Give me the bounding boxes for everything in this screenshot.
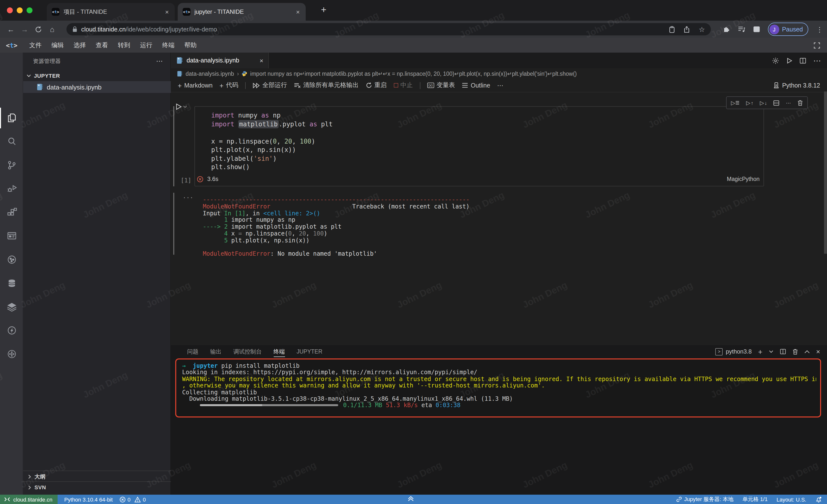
editor-scrollbar[interactable]: [824, 92, 827, 254]
share-icon[interactable]: [684, 26, 690, 33]
kill-terminal-icon[interactable]: [792, 348, 798, 355]
terminal-output[interactable]: → jupyter pip install matplotlibLooking …: [182, 363, 816, 409]
split-cell-icon[interactable]: [774, 100, 779, 106]
run-below-icon[interactable]: ▷↓: [760, 100, 767, 106]
terminal-selector[interactable]: > python3.8: [716, 348, 752, 355]
extensions-icon[interactable]: [0, 201, 23, 224]
forward-icon[interactable]: →: [18, 25, 32, 34]
maximize-panel-icon[interactable]: [805, 350, 810, 353]
live-share-icon[interactable]: [0, 248, 23, 271]
download-progress-bar: [200, 404, 338, 406]
panel-tab-1[interactable]: 输出: [210, 345, 222, 358]
sidebar-section-SVN[interactable]: SVN: [23, 482, 171, 493]
close-panel-icon[interactable]: ×: [816, 348, 820, 355]
run-icon[interactable]: [786, 57, 792, 64]
menu-item-7[interactable]: 帮助: [180, 41, 202, 49]
window-close-button[interactable]: [7, 7, 13, 13]
toolbar-more-icon[interactable]: ⋯: [497, 81, 503, 89]
close-tab-icon[interactable]: ×: [260, 57, 263, 64]
side-panel-icon[interactable]: [753, 26, 760, 33]
sidebar-section-jupyter[interactable]: JUPYTER: [23, 70, 171, 81]
new-tab-button[interactable]: +: [321, 4, 326, 15]
terminal-dropdown-chevron-icon[interactable]: [769, 350, 773, 353]
bookmark-star-icon[interactable]: ☆: [699, 25, 705, 33]
python-interpreter[interactable]: Python 3.10.4 64-bit: [64, 496, 113, 502]
split-editor-icon[interactable]: [799, 57, 806, 64]
browser-tab-1[interactable]: <t>jupyter - TITANIDE×: [178, 3, 306, 21]
breadcrumb-code[interactable]: import numpy as np↵import matplotlib.pyp…: [250, 70, 577, 77]
menu-item-1[interactable]: 编辑: [47, 41, 69, 49]
run-cell-button[interactable]: [176, 103, 187, 110]
cell-language-indicator[interactable]: MagicPython: [727, 176, 760, 182]
problems-indicator[interactable]: 0 0: [119, 496, 146, 502]
restore-panel-chevrons-icon[interactable]: [407, 496, 414, 502]
reload-icon[interactable]: [32, 26, 45, 33]
menu-item-0[interactable]: 文件: [25, 41, 47, 49]
outline-button[interactable]: Outline: [462, 82, 490, 89]
browser-profile[interactable]: J Paused: [768, 22, 808, 36]
clipboard-icon[interactable]: [669, 26, 675, 33]
split-terminal-icon[interactable]: [780, 349, 786, 354]
explorer-icon[interactable]: [0, 107, 23, 129]
kernel-picker[interactable]: Python 3.8.12: [773, 82, 820, 89]
address-bar[interactable]: cloud.titanide.cn/ide/web/coding/jupyter…: [66, 23, 711, 36]
spread-icon[interactable]: [0, 343, 23, 365]
cell-more-icon[interactable]: ⋯: [786, 100, 791, 106]
new-terminal-icon[interactable]: +: [758, 347, 763, 356]
playlist-icon[interactable]: [738, 26, 745, 33]
sidebar-more-icon[interactable]: ⋯: [156, 57, 163, 65]
add-code-button[interactable]: +代码: [220, 81, 238, 90]
jupyter-server-indicator[interactable]: Jupyter 服务器: 本地: [676, 496, 734, 503]
extensions-puzzle-icon[interactable]: [722, 25, 730, 33]
notifications-bell-icon[interactable]: [815, 496, 822, 503]
interrupt-button[interactable]: 中止: [394, 81, 413, 90]
browser-menu-icon[interactable]: ⋮: [816, 25, 823, 33]
execute-row-icon[interactable]: ▷: [731, 100, 740, 106]
clear-outputs-button[interactable]: 清除所有单元格输出: [294, 81, 358, 90]
browser-preview-icon[interactable]: [0, 225, 23, 247]
keyboard-layout-indicator[interactable]: Layout: U.S.: [777, 496, 806, 502]
back-icon[interactable]: ←: [4, 25, 18, 34]
more-actions-icon[interactable]: ⋯: [813, 56, 821, 65]
browser-tab-0[interactable]: <t>项目 - TITANIDE×: [47, 3, 175, 21]
sidebar-section-大纲[interactable]: 大纲: [23, 470, 171, 482]
home-icon[interactable]: ⌂: [45, 25, 59, 34]
cell-code[interactable]: import numpy as npimport matplotlib.pypl…: [211, 111, 333, 171]
restart-button[interactable]: 重启: [366, 81, 387, 90]
notebook-settings-gear-icon[interactable]: [772, 57, 779, 64]
window-minimize-button[interactable]: [17, 7, 22, 13]
menu-item-5[interactable]: 运行: [135, 41, 157, 49]
menu-item-2[interactable]: 选择: [69, 41, 91, 49]
add-markdown-button[interactable]: +Markdown: [178, 81, 213, 89]
menu-item-3[interactable]: 查看: [91, 41, 113, 49]
fullscreen-icon[interactable]: [814, 42, 820, 49]
output-collapse-indicator[interactable]: ...: [183, 193, 193, 200]
breadcrumb-file[interactable]: data-analysis.ipynb: [186, 70, 234, 76]
close-tab-icon[interactable]: ×: [164, 8, 170, 15]
delete-cell-icon[interactable]: [797, 100, 803, 106]
panel-tab-2[interactable]: 调试控制台: [233, 345, 262, 358]
run-debug-icon[interactable]: [0, 177, 23, 200]
panel-tab-3[interactable]: 终端: [274, 345, 285, 358]
remote-indicator[interactable]: cloud.titanide.cn: [0, 495, 57, 504]
search-icon[interactable]: [0, 130, 23, 153]
run-above-icon[interactable]: ▷↑: [746, 100, 753, 106]
window-zoom-button[interactable]: [27, 7, 33, 13]
menu-item-4[interactable]: 转到: [113, 41, 135, 49]
layers-icon[interactable]: [0, 295, 23, 318]
close-tab-icon[interactable]: ×: [295, 8, 301, 15]
editor-tab-notebook[interactable]: data-analysis.ipynb ×: [171, 53, 269, 68]
run-all-button[interactable]: 全部运行: [252, 81, 287, 90]
panel-tab-0[interactable]: 问题: [187, 345, 198, 358]
breadcrumb[interactable]: data-analysis.ipynb › import numpy as np…: [171, 68, 827, 79]
file-item-notebook[interactable]: data-analysis.ipynb: [23, 81, 171, 93]
run-options-chevron-icon[interactable]: [183, 105, 187, 108]
database-icon[interactable]: [0, 272, 23, 294]
menu-item-6[interactable]: 终端: [157, 41, 180, 49]
code-cell[interactable]: import numpy as npimport matplotlib.pypl…: [194, 106, 764, 186]
variables-button[interactable]: (x)变量表: [427, 81, 455, 90]
source-control-icon[interactable]: [0, 154, 23, 176]
cell-position-indicator[interactable]: 单元格 1/1: [742, 496, 768, 503]
power-icon[interactable]: [0, 319, 23, 342]
panel-tab-4[interactable]: JUPYTER: [297, 345, 323, 358]
